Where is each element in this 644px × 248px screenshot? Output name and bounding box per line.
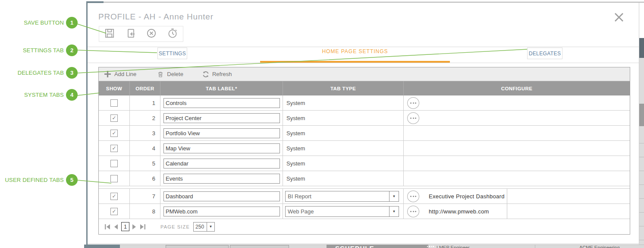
background-divider (535, 245, 535, 248)
first-page-icon[interactable] (104, 224, 111, 230)
table-row: 6 System (99, 171, 630, 186)
annotation-settings-tab: SETTINGS TAB 2 (0, 45, 78, 56)
tab-label-input[interactable] (163, 143, 280, 153)
table-row: 5 System (99, 156, 630, 171)
tab-settings[interactable]: SETTINGS (157, 48, 187, 59)
order-value: 5 (130, 156, 160, 171)
tab-type-value: System (283, 130, 305, 137)
modal-bottom-border (88, 244, 639, 244)
configure-ellipsis-button[interactable] (407, 191, 419, 202)
configure-ellipsis-button[interactable] (407, 97, 419, 109)
configure-ellipsis-button[interactable] (407, 112, 419, 124)
modal-top-border (86, 2, 644, 3)
col-header-configure: CONFIGURE (404, 81, 630, 95)
tab-delegates-label: DELEGATES (529, 51, 561, 57)
show-checkbox[interactable]: ✓ (110, 145, 118, 152)
close-icon[interactable] (613, 11, 625, 23)
add-line-label: Add Line (114, 71, 136, 77)
order-value: 6 (130, 171, 160, 186)
modal-top-accent (86, 1, 104, 3)
show-checkbox[interactable] (110, 160, 118, 167)
checkmark: ✓ (112, 208, 116, 214)
tab-label-input[interactable] (163, 113, 280, 123)
show-checkbox[interactable]: ✓ (110, 114, 118, 122)
chevron-down-icon[interactable]: ▼ (207, 223, 214, 231)
annotation-save-button: SAVE BUTTON 1 (0, 17, 78, 29)
show-checkbox[interactable] (110, 99, 118, 107)
table-row: ✓ 2 System (99, 111, 630, 126)
page-size-label: PAGE SIZE (160, 224, 190, 229)
delete-label: Delete (167, 71, 183, 77)
tab-delegates[interactable]: DELEGATES (527, 48, 562, 59)
checkmark: ✓ (112, 193, 116, 199)
tab-type-dropdown[interactable]: Web Page ▼ (285, 206, 399, 217)
tab-home-page-settings[interactable]: HOME PAGE SETTINGS (260, 48, 450, 54)
delete-button[interactable]: Delete (157, 71, 183, 78)
next-page-icon[interactable] (132, 224, 137, 230)
modal-left-border (86, 2, 88, 245)
background-schedule-bar: SCHEDULE (327, 245, 428, 248)
configure-value: http://www.pmweb.com (429, 208, 489, 215)
show-checkbox[interactable] (110, 175, 118, 182)
show-checkbox[interactable]: ✓ (110, 193, 118, 200)
grid-pager: 1 PAGE SIZE 250 ▼ (99, 219, 630, 234)
background-button (166, 245, 229, 248)
table-row: ✓ 7 BI Report ▼ Executive Project Dashbo… (99, 189, 630, 204)
cancel-icon[interactable] (146, 28, 157, 41)
col-header-order: ORDER (130, 81, 160, 95)
annotation-user-defined-tabs: USER DEFINED TABS 5 (0, 174, 78, 186)
tab-settings-label: SETTINGS (159, 51, 186, 57)
background-button (230, 245, 289, 248)
table-row: ✓ 8 Web Page ▼ http://www.pmweb.com (99, 204, 630, 219)
order-value: 4 (130, 141, 160, 156)
refresh-icon (202, 71, 209, 78)
reminder-clock-icon[interactable] (167, 28, 178, 41)
tab-type-dropdown[interactable]: BI Report ▼ (285, 191, 399, 202)
tab-home-page-settings-label: HOME PAGE SETTINGS (322, 48, 388, 54)
tab-label-input[interactable] (163, 207, 280, 216)
tab-type-value: System (283, 145, 305, 152)
table-row: 1 System (99, 95, 630, 111)
save-icon[interactable] (104, 28, 115, 41)
page-size-select[interactable]: 250 ▼ (193, 222, 215, 232)
background-selected-cell (84, 245, 120, 248)
active-tab-underline (260, 61, 450, 63)
tab-label-input[interactable] (163, 98, 280, 108)
configure-cell: http://www.pmweb.com (404, 204, 507, 219)
modal-right-border (639, 3, 639, 244)
tab-label-input[interactable] (163, 174, 280, 184)
last-page-icon[interactable] (139, 224, 146, 230)
show-checkbox[interactable]: ✓ (110, 208, 118, 215)
add-line-button[interactable]: Add Line (104, 70, 136, 78)
tab-label-input[interactable] (163, 191, 280, 201)
grip-dots-icon (427, 246, 434, 248)
chevron-down-icon[interactable]: ▼ (389, 191, 399, 201)
background-grid-rows-sliver (639, 130, 644, 245)
grid-toolbar: Add Line Delete Refresh (99, 67, 630, 81)
configure-ellipsis-button[interactable] (407, 206, 419, 217)
tab-type-selected: Web Page (286, 208, 389, 215)
refresh-label: Refresh (212, 71, 232, 77)
tab-label-input[interactable] (163, 159, 280, 169)
order-value: 2 (130, 111, 160, 125)
trash-icon (157, 71, 164, 78)
annotation-label: SYSTEM TABS (24, 92, 64, 98)
annotation-label: SAVE BUTTON (24, 19, 64, 26)
show-checkbox[interactable]: ✓ (110, 130, 118, 137)
tab-type-value: System (283, 115, 305, 121)
col-header-show: SHOW (99, 81, 130, 95)
checkmark: ✓ (112, 130, 116, 136)
chevron-down-icon[interactable]: ▼ (389, 207, 399, 216)
background-text: | MEP Engineer (437, 245, 470, 248)
annotation-delegates-tab: DELEGATES TAB 3 (0, 67, 78, 79)
scrollbar-thumb[interactable] (639, 38, 644, 58)
annotation-system-tabs: SYSTEM TABS 4 (0, 89, 78, 101)
current-page-box[interactable]: 1 (121, 222, 129, 231)
order-value: 1 (130, 95, 160, 110)
order-value: 7 (130, 189, 160, 203)
refresh-button[interactable]: Refresh (202, 71, 232, 78)
tab-label-input[interactable] (163, 128, 280, 138)
tab-type-selected: BI Report (286, 193, 389, 200)
save-exit-icon[interactable] (125, 28, 136, 41)
previous-page-icon[interactable] (113, 224, 118, 230)
